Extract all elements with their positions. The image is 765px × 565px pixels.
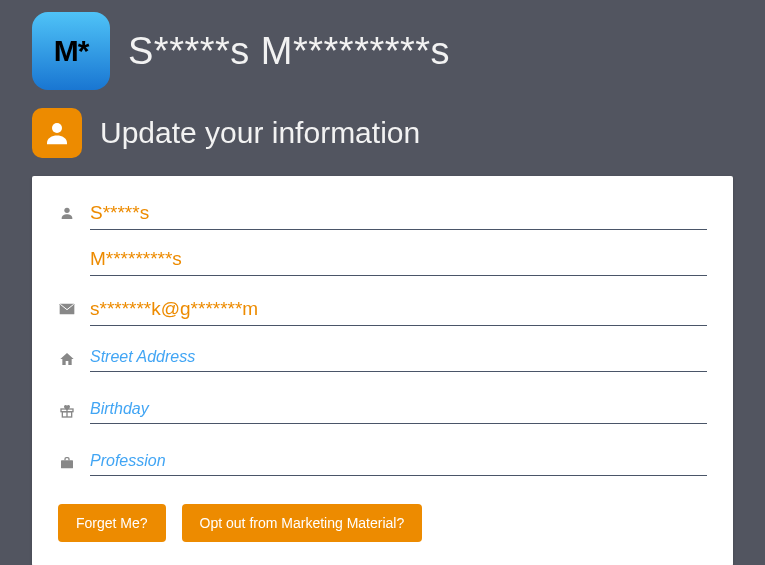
gift-icon xyxy=(58,402,76,420)
street-address-input[interactable] xyxy=(90,342,707,372)
header: M* S*****s M*********s xyxy=(32,12,733,90)
svg-rect-6 xyxy=(61,460,73,468)
form-card: Forget Me? Opt out from Marketing Materi… xyxy=(32,176,733,565)
briefcase-icon xyxy=(58,454,76,472)
page-title: S*****s M*********s xyxy=(128,30,450,73)
section-header: Update your information xyxy=(32,108,733,158)
home-icon xyxy=(58,350,76,368)
person-icon xyxy=(32,108,82,158)
email-icon xyxy=(58,300,76,318)
avatar-initials: M* xyxy=(54,34,89,68)
birthday-input[interactable] xyxy=(90,394,707,424)
svg-point-1 xyxy=(64,208,69,213)
svg-point-0 xyxy=(52,123,62,133)
profession-input[interactable] xyxy=(90,446,707,476)
button-row: Forget Me? Opt out from Marketing Materi… xyxy=(58,504,707,542)
opt-out-button[interactable]: Opt out from Marketing Material? xyxy=(182,504,423,542)
last-name-input[interactable] xyxy=(90,242,707,276)
email-input[interactable] xyxy=(90,292,707,326)
person-icon xyxy=(58,204,76,222)
avatar: M* xyxy=(32,12,110,90)
section-title: Update your information xyxy=(100,116,420,150)
first-name-input[interactable] xyxy=(90,196,707,230)
forget-me-button[interactable]: Forget Me? xyxy=(58,504,166,542)
